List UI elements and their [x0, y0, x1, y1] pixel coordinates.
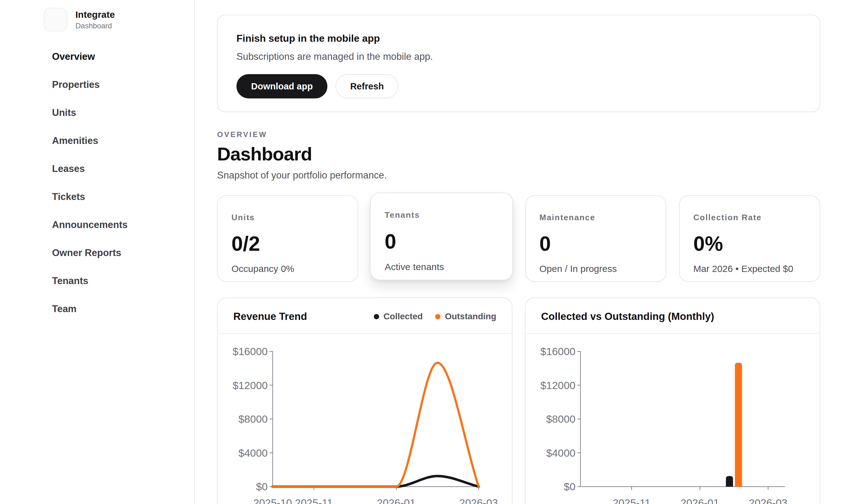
revenue-trend-header: Revenue Trend Collected Outstanding	[218, 298, 512, 334]
sidebar-item-team[interactable]: Team	[0, 295, 194, 323]
svg-text:2026-01: 2026-01	[377, 497, 415, 504]
legend-label: Collected	[384, 312, 423, 322]
stat-value: 0	[385, 229, 499, 254]
svg-text:$0: $0	[564, 481, 576, 492]
svg-text:2025-11: 2025-11	[613, 497, 651, 504]
collected-vs-outstanding-card: Collected vs Outstanding (Monthly) $0$40…	[525, 298, 820, 504]
stat-subtext: Open / In progress	[540, 264, 652, 274]
banner-actions: Download app Refresh	[236, 74, 801, 99]
chart-title: Revenue Trend	[233, 311, 307, 322]
svg-text:$16000: $16000	[540, 346, 575, 357]
stat-card-units: Units 0/2 Occupancy 0%	[217, 195, 358, 282]
svg-text:$12000: $12000	[232, 379, 268, 391]
sidebar-item-units[interactable]: Units	[0, 99, 194, 127]
sidebar-nav: Overview Properties Units Amenities Leas…	[0, 43, 194, 323]
sidebar-item-properties[interactable]: Properties	[0, 71, 194, 99]
page-subtitle: Snapshot of your portfolio performance.	[217, 170, 820, 181]
stat-subtext: Occupancy 0%	[232, 264, 344, 274]
svg-text:2025-11: 2025-11	[295, 497, 333, 504]
revenue-trend-chart: $0$4000$8000$12000$160002025-102025-1120…	[218, 334, 512, 504]
sidebar-item-leases[interactable]: Leases	[0, 155, 194, 183]
svg-text:2026-03: 2026-03	[459, 497, 498, 504]
stat-card-maintenance: Maintenance 0 Open / In progress	[525, 195, 666, 282]
stat-value: 0/2	[232, 232, 344, 255]
brand: Integrate Dashboard	[44, 8, 194, 32]
banner-title: Finish setup in the mobile app	[236, 33, 801, 44]
sidebar-item-owner-reports[interactable]: Owner Reports	[0, 239, 194, 267]
sidebar-item-amenities[interactable]: Amenities	[0, 127, 194, 155]
stats-row: Units 0/2 Occupancy 0% Tenants 0 Active …	[217, 195, 820, 282]
sidebar-item-tickets[interactable]: Tickets	[0, 183, 194, 211]
svg-text:$4000: $4000	[546, 447, 575, 459]
main-content: Finish setup in the mobile app Subscript…	[195, 0, 866, 504]
outstanding-dot-icon	[435, 314, 441, 319]
svg-text:$8000: $8000	[546, 413, 575, 425]
app-logo	[44, 8, 67, 32]
chart-legend: Collected Outstanding	[374, 312, 496, 322]
legend-item-collected: Collected	[374, 312, 423, 322]
stat-subtext: Active tenants	[385, 262, 499, 272]
charts-row: Revenue Trend Collected Outstanding $0$4…	[217, 298, 820, 504]
chart-title: Collected vs Outstanding (Monthly)	[541, 311, 714, 322]
sidebar-item-tenants[interactable]: Tenants	[0, 267, 194, 295]
svg-text:$12000: $12000	[540, 379, 575, 391]
page-title: Dashboard	[217, 143, 820, 165]
stat-card-tenants: Tenants 0 Active tenants	[370, 192, 513, 280]
refresh-button[interactable]: Refresh	[335, 74, 398, 99]
sidebar-item-overview[interactable]: Overview	[0, 43, 194, 71]
stat-label: Collection Rate	[693, 213, 806, 222]
legend-item-outstanding: Outstanding	[435, 312, 496, 322]
setup-banner: Finish setup in the mobile app Subscript…	[217, 15, 820, 112]
brand-subtitle: Dashboard	[75, 22, 115, 30]
legend-label: Outstanding	[445, 312, 496, 322]
brand-name: Integrate	[75, 9, 115, 20]
svg-text:$16000: $16000	[232, 346, 268, 357]
stat-label: Units	[232, 213, 344, 222]
section-eyebrow: OVERVIEW	[217, 130, 820, 139]
sidebar: Integrate Dashboard Overview Properties …	[0, 0, 195, 504]
collected-vs-outstanding-chart: $0$4000$8000$12000$160002025-112026-0120…	[525, 334, 820, 504]
stat-value: 0	[540, 232, 652, 255]
stat-value: 0%	[693, 232, 806, 255]
collected-dot-icon	[374, 314, 379, 319]
stat-label: Tenants	[385, 210, 499, 220]
svg-text:$8000: $8000	[238, 413, 268, 425]
collected-vs-outstanding-header: Collected vs Outstanding (Monthly)	[525, 298, 820, 334]
stat-subtext: Mar 2026 • Expected $0	[693, 264, 806, 274]
download-app-button[interactable]: Download app	[236, 74, 327, 99]
revenue-trend-card: Revenue Trend Collected Outstanding $0$4…	[217, 298, 512, 504]
svg-text:$0: $0	[256, 481, 268, 492]
brand-text: Integrate Dashboard	[75, 9, 115, 30]
svg-text:2026-03: 2026-03	[749, 497, 788, 504]
banner-description: Subscriptions are managed in the mobile …	[236, 51, 801, 62]
svg-text:2026-01: 2026-01	[681, 497, 719, 504]
sidebar-item-announcements[interactable]: Announcements	[0, 211, 194, 239]
svg-text:2025-10: 2025-10	[253, 497, 292, 504]
stat-label: Maintenance	[540, 213, 652, 222]
stat-card-collection-rate: Collection Rate 0% Mar 2026 • Expected $…	[679, 195, 820, 282]
svg-text:$4000: $4000	[238, 447, 268, 459]
